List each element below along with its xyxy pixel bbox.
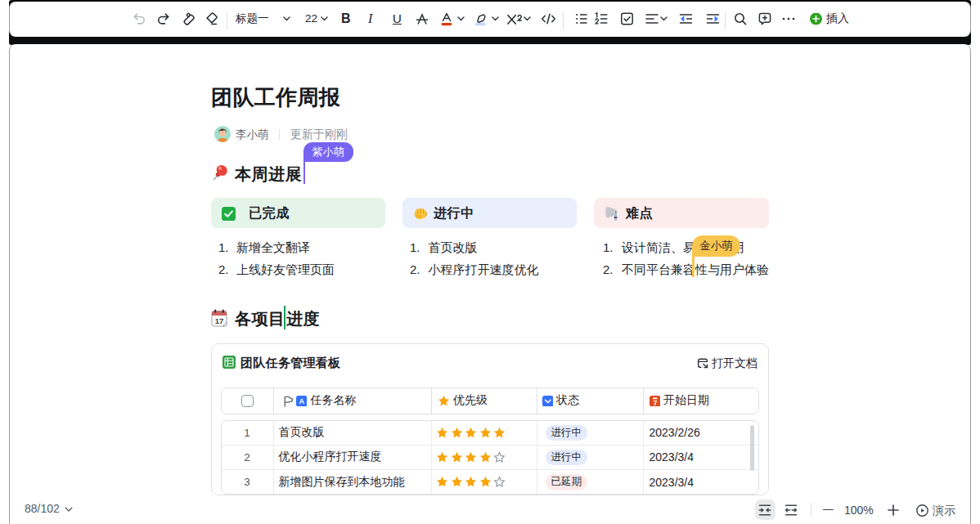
svg-text:A: A bbox=[299, 397, 304, 405]
svg-text:7: 7 bbox=[653, 398, 657, 406]
svg-text:17: 17 bbox=[215, 316, 224, 325]
